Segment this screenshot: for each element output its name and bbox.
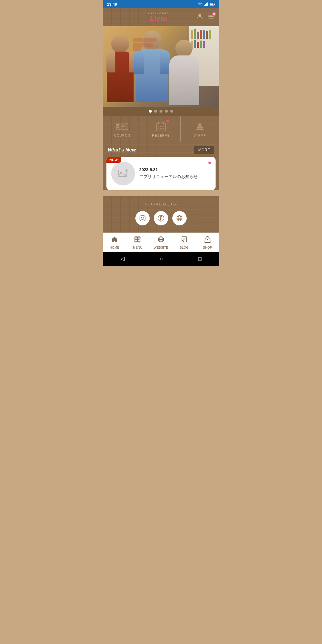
- svg-rect-29: [198, 124, 202, 127]
- bottom-nav: HOME MENU: [103, 233, 219, 252]
- back-button[interactable]: ◁: [120, 256, 125, 262]
- more-button[interactable]: MORE: [194, 146, 214, 154]
- svg-rect-17: [117, 127, 119, 128]
- svg-rect-27: [162, 128, 164, 129]
- news-title: アプリリニューアルのお知らせ: [139, 174, 211, 180]
- unread-dot: [208, 162, 211, 164]
- svg-rect-16: [117, 124, 119, 126]
- social-media-title: SOCIAL MEDIA: [145, 202, 177, 206]
- svg-rect-14: [121, 125, 126, 126]
- dot-5[interactable]: [170, 110, 173, 113]
- recent-button[interactable]: □: [198, 256, 202, 262]
- stamp-button[interactable]: STAMP: [180, 121, 219, 137]
- svg-rect-44: [135, 239, 139, 240]
- nav-menu[interactable]: MENU: [126, 236, 149, 249]
- svg-point-35: [126, 170, 127, 171]
- reserve-badge: [166, 120, 169, 122]
- nav-blog-label: BLOG: [180, 246, 189, 249]
- carousel-dots: [103, 107, 219, 116]
- website-nav-icon: [157, 236, 165, 245]
- signal-icon: [204, 2, 208, 6]
- wifi-icon: [198, 2, 202, 6]
- nav-home-label: HOME: [110, 246, 119, 249]
- notification-badge: N: [212, 12, 216, 16]
- status-bar: 13:49: [103, 0, 219, 8]
- nav-home[interactable]: HOME: [103, 236, 126, 249]
- svg-rect-15: [121, 126, 124, 127]
- header: HAIR×CAFE Lieto N: [103, 8, 219, 26]
- nav-website[interactable]: WEBSITE: [149, 236, 173, 249]
- svg-rect-0: [204, 5, 205, 6]
- nav-website-label: WEBSITE: [154, 246, 168, 249]
- svg-rect-30: [199, 123, 201, 125]
- hero-image: [103, 26, 219, 107]
- svg-rect-22: [158, 126, 159, 127]
- status-icons: [198, 2, 215, 6]
- dot-2[interactable]: [154, 110, 157, 113]
- quick-actions: COUPON RESERVE: [103, 116, 219, 142]
- svg-point-38: [144, 216, 145, 217]
- svg-rect-25: [158, 128, 159, 129]
- svg-rect-6: [214, 4, 215, 5]
- social-icons-row: [135, 211, 187, 225]
- logo-area: HAIR×CAFE Lieto: [148, 12, 169, 23]
- svg-point-7: [198, 14, 201, 17]
- stamp-icon: [193, 121, 206, 132]
- social-media-section: SOCIAL MEDIA: [103, 196, 219, 233]
- reserve-label: RESERVE: [152, 134, 170, 137]
- android-nav-bar: ◁ ○ □: [103, 252, 219, 266]
- menu-button[interactable]: N: [208, 13, 214, 21]
- coupon-button[interactable]: COUPON: [103, 121, 142, 137]
- home-button[interactable]: ○: [160, 256, 163, 262]
- home-icon: [111, 236, 118, 245]
- facebook-button[interactable]: [154, 211, 168, 225]
- svg-rect-31: [196, 129, 204, 130]
- dot-4[interactable]: [165, 110, 168, 113]
- news-card[interactable]: NEW 2023.5.31 アプリリニューアルのお知らせ: [106, 157, 216, 190]
- nav-shop[interactable]: SHOP: [196, 236, 219, 249]
- nav-shop-label: SHOP: [203, 246, 212, 249]
- logo-subtitle: HAIR×CAFE: [148, 12, 169, 15]
- header-icons: N: [196, 13, 214, 21]
- svg-rect-23: [160, 126, 162, 127]
- svg-rect-9: [208, 16, 214, 17]
- svg-rect-1: [205, 4, 206, 6]
- svg-point-37: [141, 217, 144, 220]
- coupon-label: COUPON: [114, 134, 130, 137]
- news-section: NEW 2023.5.31 アプリリニューアルのお知らせ: [103, 157, 219, 190]
- news-content: 2023.5.31 アプリリニューアルのお知らせ: [139, 167, 211, 180]
- svg-rect-24: [162, 126, 164, 127]
- battery-icon: [210, 3, 215, 6]
- svg-rect-2: [206, 3, 207, 6]
- stamp-label: STAMP: [193, 134, 206, 137]
- nav-menu-label: MENU: [133, 246, 142, 249]
- website-button[interactable]: [172, 211, 187, 225]
- nav-blog[interactable]: BLOG: [173, 236, 196, 249]
- menu-icon: [134, 236, 141, 245]
- svg-rect-26: [160, 128, 162, 129]
- logo-main: Lieto: [150, 15, 167, 23]
- whats-new-section: What's New MORE: [103, 142, 219, 157]
- svg-point-57: [207, 239, 208, 240]
- dot-3[interactable]: [160, 110, 162, 113]
- svg-rect-55: [183, 238, 185, 239]
- news-date: 2023.5.31: [139, 167, 211, 172]
- blog-icon: [181, 236, 188, 245]
- svg-rect-10: [208, 18, 214, 18]
- svg-rect-5: [210, 4, 213, 5]
- news-thumbnail: [111, 162, 135, 185]
- profile-button[interactable]: [196, 13, 203, 21]
- shop-icon: [204, 236, 211, 245]
- whats-new-title: What's New: [108, 147, 136, 153]
- instagram-button[interactable]: [135, 211, 150, 225]
- time: 13:49: [107, 2, 117, 7]
- dot-1[interactable]: [149, 110, 152, 113]
- new-badge: NEW: [106, 157, 121, 163]
- reserve-button[interactable]: RESERVE: [142, 121, 180, 137]
- svg-rect-56: [183, 239, 185, 240]
- svg-rect-36: [140, 216, 145, 221]
- reserve-icon: [154, 121, 168, 132]
- coupon-icon: [116, 121, 129, 132]
- svg-rect-3: [207, 3, 208, 6]
